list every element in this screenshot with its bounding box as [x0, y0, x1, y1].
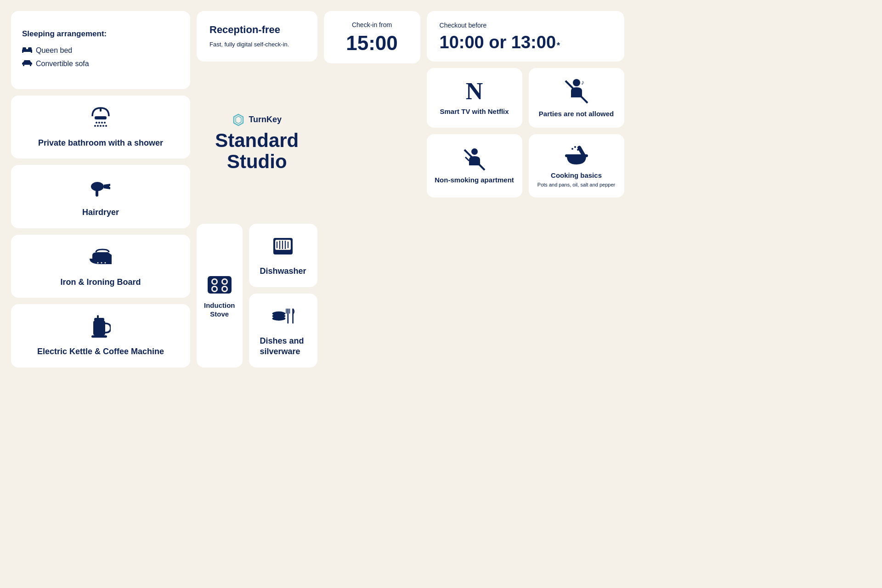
svg-line-24: [107, 180, 108, 182]
svg-point-16: [104, 122, 106, 124]
cooking-icon: [563, 143, 590, 166]
hairdryer-icon: [88, 175, 113, 200]
list-item: Convertible sofa: [22, 57, 179, 71]
svg-point-17: [94, 125, 96, 127]
shower-icon: [88, 106, 113, 130]
checkout-label: Checkout before: [440, 22, 611, 29]
svg-rect-34: [208, 276, 232, 294]
svg-point-53: [272, 311, 286, 316]
induction-card: Induction Stove: [197, 224, 243, 367]
iron-card: Iron & Ironing Board: [11, 235, 190, 298]
kettle-label: Electric Kettle & Coffee Machine: [37, 346, 164, 357]
svg-point-66: [571, 148, 573, 150]
dishes-label: Dishes and silverware: [260, 336, 306, 357]
checkout-card: Checkout before 10:00 or 13:00 *: [427, 11, 624, 62]
svg-point-42: [223, 287, 226, 291]
svg-rect-50: [279, 252, 287, 254]
svg-rect-11: [100, 108, 102, 112]
svg-point-18: [97, 125, 99, 127]
svg-text:♪: ♪: [581, 79, 584, 86]
svg-point-14: [98, 122, 100, 124]
col2: Reception-free Fast, fully digital self-…: [197, 11, 317, 368]
cooking-card: Cooking basics Pots and pans, oil, salt …: [529, 134, 624, 198]
checkin-time: 15:00: [346, 33, 398, 53]
checkin-label: Check-in from: [352, 21, 392, 28]
main-grid: Sleeping arrangement: Queen bed Converti…: [11, 11, 616, 368]
svg-point-20: [102, 125, 104, 127]
col4-bottom-row: Non-smoking apartment Cooking basics Pot…: [427, 134, 624, 198]
svg-rect-30: [93, 321, 105, 335]
svg-point-13: [96, 122, 97, 124]
nosmoking-label: Non-smoking apartment: [435, 175, 514, 185]
svg-rect-32: [94, 318, 104, 321]
hairdryer-label: Hairdryer: [82, 207, 119, 218]
dishwasher-card: Dishwasher: [249, 224, 317, 287]
bed-label: Queen bed: [36, 44, 72, 57]
svg-rect-3: [22, 51, 23, 53]
smarttv-card: N Smart TV with Netflix: [427, 68, 522, 128]
svg-rect-31: [91, 335, 107, 338]
dishes-icon: [271, 304, 295, 328]
reception-title: Reception-free: [209, 24, 305, 36]
reception-subtitle: Fast, fully digital self-check-in.: [209, 40, 305, 49]
bathroom-label: Private bathroom with a shower: [38, 138, 163, 148]
brand-name: TurnKey: [249, 115, 282, 124]
svg-rect-2: [28, 47, 32, 50]
svg-rect-9: [23, 65, 24, 66]
induction-icon: [206, 272, 233, 296]
sofa-icon: [22, 57, 32, 71]
svg-point-67: [574, 146, 576, 148]
brand-center: TurnKey Standard Studio: [197, 68, 317, 217]
iron-icon: [88, 245, 113, 270]
dishwasher-icon: [271, 234, 295, 259]
svg-point-36: [213, 280, 216, 283]
col1: Sleeping arrangement: Queen bed Converti…: [11, 11, 190, 368]
svg-rect-6: [22, 62, 24, 65]
svg-rect-1: [23, 47, 26, 50]
svg-point-40: [213, 287, 216, 291]
bathroom-card: Private bathroom with a shower: [11, 96, 190, 158]
cooking-subtitle: Pots and pans, oil, salt and pepper: [537, 181, 615, 188]
checkin-card: Check-in from 15:00: [324, 11, 420, 63]
svg-point-15: [101, 122, 103, 124]
smarttv-label: Smart TV with Netflix: [440, 107, 509, 116]
svg-line-63: [465, 157, 469, 161]
iron-label: Iron & Ironing Board: [61, 277, 141, 288]
col4: Checkout before 10:00 or 13:00 * N Smart…: [427, 11, 624, 368]
parties-label: Parties are not allowed: [539, 109, 614, 119]
studio-title: Standard Studio: [197, 130, 317, 172]
svg-point-21: [105, 125, 107, 127]
col2-bottom-grid: Induction Stove: [197, 224, 317, 367]
right-appliances: Dishwasher: [249, 224, 317, 367]
netflix-n: N: [466, 79, 483, 103]
svg-point-38: [223, 280, 226, 283]
checkout-asterisk: *: [557, 41, 560, 51]
svg-rect-12: [95, 116, 107, 119]
hairdryer-card: Hairdryer: [11, 165, 190, 228]
cooking-label: Cooking basics: [551, 171, 602, 180]
bed-icon: [22, 44, 32, 57]
svg-line-25: [109, 182, 112, 183]
sleeping-card: Sleeping arrangement: Queen bed Converti…: [11, 11, 190, 89]
checkout-time: 10:00 or 13:00: [440, 34, 556, 51]
logo-row: TurnKey: [232, 113, 282, 126]
col4-top-row: N Smart TV with Netflix ♪ Parties are no…: [427, 68, 624, 128]
parties-card: ♪ Parties are not allowed: [529, 68, 624, 128]
svg-rect-23: [96, 190, 98, 197]
induction-label: Induction Stove: [204, 301, 235, 319]
svg-rect-8: [24, 60, 30, 62]
turnkey-logo-icon: [232, 113, 245, 126]
list-item: Queen bed: [22, 44, 179, 57]
svg-point-28: [101, 262, 102, 263]
kettle-icon: [88, 314, 113, 339]
reception-card: Reception-free Fast, fully digital self-…: [197, 11, 317, 62]
svg-point-29: [105, 262, 106, 263]
svg-rect-10: [30, 65, 31, 66]
svg-point-61: [471, 148, 478, 155]
nosmoking-card: Non-smoking apartment: [427, 134, 522, 198]
svg-rect-33: [97, 315, 99, 318]
svg-rect-4: [31, 51, 32, 53]
no-smoking-icon: [461, 147, 488, 171]
sleeping-title: Sleeping arrangement:: [22, 29, 179, 39]
svg-rect-7: [30, 62, 32, 65]
